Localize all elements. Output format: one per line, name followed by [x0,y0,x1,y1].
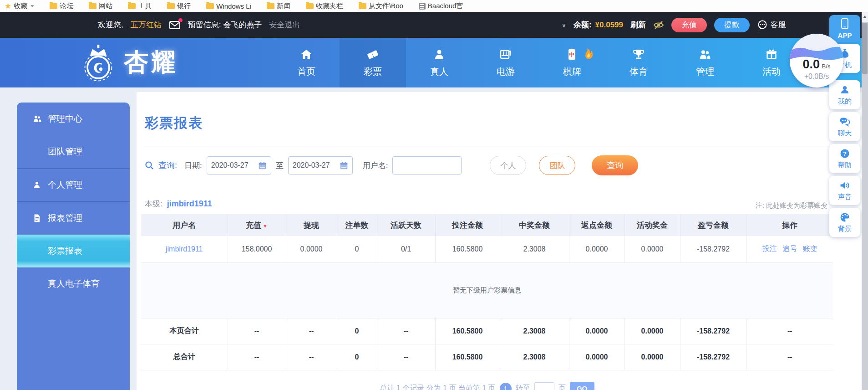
balance-value: ¥0.0599 [595,21,623,30]
mail-button[interactable] [169,20,181,30]
pagination-summary: 总计 1 个记录 分为 1 页 当前第 1 页 [380,384,495,390]
col-recharge-sortable[interactable]: 充值▼ [228,214,286,236]
nav-item-egames[interactable]: 电游 [472,38,539,87]
row-withdraw: 0.0000 [286,236,337,262]
page-number-button[interactable]: 1 [500,383,512,390]
nav-item-boardgames[interactable]: 中 棋牌 [539,38,605,87]
username-input[interactable] [392,156,462,174]
sidebar: 管理中心 团队管理 个人管理 报表管理 彩票报表 真人电子体育 [17,103,130,390]
bookmarks-star-menu[interactable]: ★ 收藏 [5,1,34,11]
search-button[interactable]: 查询 [592,155,638,175]
col-username: 用户名 [141,214,228,236]
row-username-link[interactable]: jimbird1911 [166,245,203,253]
date-to-input[interactable]: 2020-03-27 [288,156,353,174]
col-win-amount: 中奖金额 [500,214,569,236]
nav-item-lottery[interactable]: 彩票 [340,38,406,87]
list-icon [419,3,426,10]
action-bets-link[interactable]: 投注 [762,245,777,252]
customer-service-button[interactable]: 客服 [757,20,786,31]
page-body: 彩票报表 查询: 日期: 2020-03-27 至 2020-03-27 [0,87,868,390]
sidebar-item-report-management[interactable]: 报表管理 [17,202,130,235]
slot-machine-icon [499,48,513,62]
speaker-icon [839,180,851,191]
sidebar-item-lottery-report[interactable]: 彩票报表 [17,235,130,267]
sidebar-item-live-esports[interactable]: 真人电子体育 [17,267,130,300]
nav-item-live[interactable]: 真人 [406,38,472,87]
speed-delta: +0.0B/s [790,72,843,81]
bookmark-folder[interactable]: 银行 [167,2,191,10]
account-top-bar: 欢迎您, 五万红钻 预留信息: 会飞的燕子 安全退出 ∨ 余额: ¥0.0599… [0,12,868,38]
background-button[interactable]: 背景 [829,208,860,237]
folder-icon [267,3,274,9]
speed-readout: 0.0 B/s +0.0B/s [790,57,843,81]
sidebar-item-management-center[interactable]: 管理中心 [17,103,130,135]
action-account-change-link[interactable]: 账变 [803,245,817,252]
people-icon [698,48,712,62]
empty-state-text: 暂无下级用户彩票信息 [141,262,833,318]
page-title: 彩票报表 [145,114,203,133]
my-account-button[interactable]: 我的 [829,80,860,109]
page-total-row: 本页合计 -- -- 0 -- 160.5800 2.3008 0.0000 0… [141,318,833,344]
nav-item-home[interactable]: 首页 [273,38,340,87]
sound-button[interactable]: 声音 [829,176,860,205]
app-download-button[interactable]: APP [829,15,860,42]
go-button[interactable]: GO [570,382,594,390]
scrollbar-thumb[interactable] [862,23,868,74]
date-label: 日期: [184,160,202,171]
withdraw-button[interactable]: 提款 [714,18,750,32]
logout-link[interactable]: 安全退出 [269,20,300,30]
site-logo[interactable]: 杏耀 [77,41,178,83]
customer-service-label: 客服 [771,20,786,30]
team-filter-button[interactable]: 团队 [539,156,575,175]
help-button[interactable]: ? 帮助 [829,144,860,173]
page-total-label: 本页合计 [141,318,228,344]
lottery-report-table: 用户名 充值▼ 提现 注单数 活跃天数 投注金额 中奖金额 返点金额 活动奖金 … [141,214,833,370]
refresh-balance-button[interactable]: 刷新 [630,20,646,30]
scrollbar-up-arrow[interactable] [862,12,868,22]
bookmark-folder[interactable]: 新闻 [267,2,290,10]
trophy-icon [632,48,645,62]
account-username-link[interactable]: 五万红钻 [131,20,162,30]
balance-dropdown-chevron[interactable]: ∨ [562,21,566,29]
nav-item-manage[interactable]: 管理 [672,38,738,87]
bookmark-folder[interactable]: Windows Li [206,2,251,10]
bookmark-folder[interactable]: 从文件\Boo [359,2,403,10]
svg-text:?: ? [843,150,847,157]
svg-text:中: 中 [569,51,575,58]
grand-total-label: 总合计 [141,344,228,370]
nav-item-sports[interactable]: 体育 [605,38,672,87]
col-bet-count: 注单数 [337,214,377,236]
col-profit: 盈亏金额 [680,214,746,236]
folder-icon [128,3,136,9]
logo-text: 杏耀 [124,46,178,79]
row-profit: -158.2792 [680,236,746,262]
bookmark-folder[interactable]: 论坛 [50,2,73,10]
browser-bookmarks-bar: ★ 收藏 论坛 网站 工具 银行 Windows Li 新闻 收藏夹栏 从文件\… [0,0,868,12]
action-chase-link[interactable]: 追号 [782,245,797,252]
date-from-input[interactable]: 2020-03-27 [207,156,271,174]
row-recharge: 158.0000 [228,236,286,262]
recharge-button[interactable]: 充值 [671,18,707,32]
level-user-link[interactable]: jimbird1911 [167,199,212,209]
bookmark-folder[interactable]: 工具 [128,2,152,10]
chat-button[interactable]: 聊天 [829,112,860,141]
table-row: jimbird1911 158.0000 0.0000 0 0/1 160.58… [141,236,833,262]
speed-value: 0.0 [803,57,820,71]
goto-page-input[interactable] [534,382,554,390]
mahjong-tile-icon: 中 [565,48,579,62]
sidebar-item-personal-management[interactable]: 个人管理 [17,169,130,201]
personal-filter-button[interactable]: 个人 [490,156,526,175]
network-speed-widget[interactable]: 0.0 B/s +0.0B/s [790,34,843,87]
chat-bubbles-icon [839,116,851,127]
bookmark-item[interactable]: Baacloud官 [419,2,463,10]
level-label: 本级: [145,199,162,209]
row-active-days: 0/1 [377,236,435,262]
bookmark-folder[interactable]: 网站 [89,2,112,10]
table-header-row: 用户名 充值▼ 提现 注单数 活跃天数 投注金额 中奖金额 返点金额 活动奖金 … [141,214,833,236]
browser-scrollbar[interactable] [862,12,868,390]
content-panel: 彩票报表 查询: 日期: 2020-03-27 至 2020-03-27 [137,92,868,390]
gift-icon [765,48,778,62]
eye-slash-icon[interactable] [653,20,664,31]
sidebar-item-team-management[interactable]: 团队管理 [17,135,130,168]
bookmark-folder[interactable]: 收藏夹栏 [306,2,343,10]
